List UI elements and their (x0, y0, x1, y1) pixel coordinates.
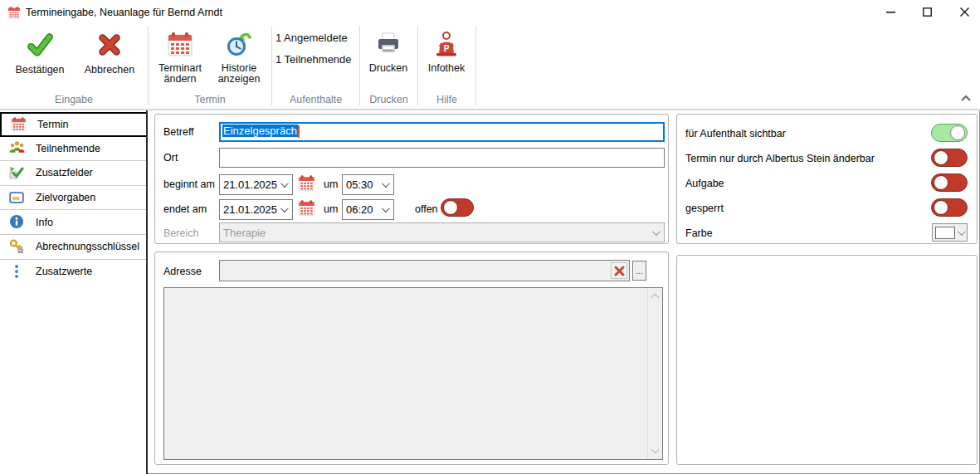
end-datepicker-button[interactable] (296, 200, 316, 218)
sidebar-item-label: Abrechnungsschlüssel (36, 241, 139, 252)
begin-time-select[interactable]: 05:30 (342, 174, 394, 195)
visible-for-stay-toggle[interactable] (931, 124, 968, 142)
ellipsis-label: ... (636, 266, 642, 276)
begin-date-value: 21.01.2025 (223, 178, 280, 191)
vertical-scrollbar[interactable] (647, 289, 661, 458)
right-empty-panel (676, 255, 978, 465)
address-textarea (163, 287, 663, 460)
begin-um-label: um (324, 178, 338, 190)
print-button[interactable]: Drucken (362, 28, 415, 74)
sidebar-item-zusatzfelder[interactable]: Zusatzfelder (0, 161, 146, 186)
farbe-color-select[interactable] (932, 223, 968, 242)
sidebar-item-abrechnungsschluessel[interactable]: Abrechnungsschlüssel (0, 235, 146, 260)
ribbon-group-termin: Terminart ändern Historie anzeigen Termi… (149, 25, 271, 108)
bereich-value: Therapie (223, 227, 652, 239)
toggle-knob (934, 200, 948, 215)
adresse-label: Adresse (163, 266, 202, 277)
offen-toggle[interactable] (441, 198, 474, 217)
maximize-icon (923, 7, 932, 17)
scroll-up-icon[interactable] (651, 294, 660, 302)
app-window: Termineingabe, Neuanlage für Bernd Arndt… (0, 0, 980, 474)
bereich-select: Therapie (219, 222, 665, 242)
end-date-select[interactable]: 21.01.2025 (219, 199, 293, 220)
ribbon-group-aufenthalte: 1 Angemeldete 1 Teilnehmende Aufenthalte (272, 25, 359, 108)
infothek-label: Infothek (428, 62, 465, 74)
ribbon-group-hilfe: P Infothek Hilfe (418, 25, 475, 108)
begin-datepicker-button[interactable] (296, 175, 316, 193)
clear-address-button[interactable] (611, 262, 627, 279)
toggle-knob (950, 125, 965, 140)
confirm-button[interactable]: Bestätigen (5, 28, 75, 76)
sidebar-item-teilnehmende[interactable]: Teilnehmende (0, 137, 146, 162)
dots-icon (9, 264, 25, 280)
info-icon (9, 214, 25, 230)
address-browse-button[interactable]: ... (632, 261, 646, 281)
end-date-value: 21.01.2025 (223, 203, 280, 216)
chevron-down-icon (382, 204, 390, 213)
ribbon-collapse-button[interactable] (960, 94, 973, 104)
farbe-label: Farbe (685, 227, 713, 239)
x-icon (76, 31, 143, 61)
change-appointment-type-label: Terminart ändern (158, 62, 202, 85)
locked-label: gesperrt (685, 203, 724, 214)
ort-label: Ort (163, 152, 178, 164)
calendar-icon (298, 199, 315, 219)
history-clock-icon (210, 31, 268, 60)
sidebar-item-label: Termin (37, 119, 69, 130)
chevron-down-icon (958, 227, 966, 236)
betreff-value: Einzelgespräch (222, 125, 298, 137)
options-panel: für Aufenthalt sichtbar Termin nur durch… (676, 114, 978, 244)
chevron-down-icon (280, 204, 289, 213)
show-history-button[interactable]: Historie anzeigen (210, 28, 268, 85)
minimize-button[interactable] (876, 0, 904, 23)
show-history-label: Historie anzeigen (218, 62, 261, 85)
begin-label: beginnt am (163, 178, 215, 190)
group-label-termin: Termin (149, 94, 271, 105)
ribbon-toolbar: Bestätigen Abbrechen Eingabe (0, 25, 980, 110)
sidebar-item-label: Zusatzfelder (36, 167, 93, 178)
end-time-select[interactable]: 06:20 (342, 199, 394, 220)
checklist-icon (9, 165, 25, 181)
people-icon (9, 140, 25, 156)
window-title: Termineingabe, Neuanlage für Bernd Arndt (26, 7, 222, 18)
begin-time-value: 05:30 (346, 178, 382, 191)
scroll-down-icon[interactable] (651, 446, 660, 454)
goal-icon (9, 190, 25, 206)
chevron-down-icon (652, 227, 661, 236)
task-toggle[interactable] (931, 173, 968, 192)
print-label: Drucken (369, 62, 408, 74)
group-separator (475, 27, 476, 105)
sidebar-item-label: Zusatzwerte (36, 266, 92, 277)
text-caret (298, 125, 300, 138)
visible-for-stay-label: für Aufenthalt sichtbar (685, 128, 786, 139)
calendar-icon (298, 174, 315, 194)
confirm-label: Bestätigen (15, 64, 64, 76)
maximize-button[interactable] (913, 0, 941, 23)
title-bar: Termineingabe, Neuanlage für Bernd Arndt (0, 0, 980, 25)
end-time-value: 06:20 (346, 203, 382, 216)
close-icon (960, 7, 969, 17)
sidebar-nav: Termin Teilnehmende (0, 110, 148, 474)
only-editable-by-label: Termin nur durch Albertus Stein änderbar (685, 153, 875, 164)
change-appointment-type-button[interactable]: Terminart ändern (152, 28, 208, 85)
sidebar-item-zielvorgaben[interactable]: Zielvorgaben (0, 186, 146, 211)
begin-date-select[interactable]: 21.01.2025 (219, 174, 293, 195)
chevron-down-icon (382, 179, 390, 188)
infothek-button[interactable]: P Infothek (420, 28, 473, 74)
sidebar-item-zusatzwerte[interactable]: Zusatzwerte (0, 260, 146, 285)
ribbon-group-eingabe: Bestätigen Abbrechen Eingabe (0, 25, 148, 108)
locked-toggle[interactable] (931, 198, 968, 217)
key-icon (9, 239, 25, 255)
only-editable-by-toggle[interactable] (931, 149, 968, 167)
address-panel: Adresse ... (154, 252, 669, 465)
end-label: endet am (163, 203, 207, 215)
adresse-input (219, 260, 630, 281)
sidebar-item-info[interactable]: Info (0, 210, 146, 235)
sidebar-item-termin[interactable]: Termin (0, 112, 146, 137)
cancel-button[interactable]: Abbrechen (76, 28, 143, 76)
app-calendar-icon (7, 6, 21, 19)
betreff-input[interactable]: Einzelgespräch (219, 122, 665, 142)
ort-input[interactable] (219, 148, 665, 168)
close-button[interactable] (950, 0, 978, 23)
printer-icon (362, 31, 415, 60)
